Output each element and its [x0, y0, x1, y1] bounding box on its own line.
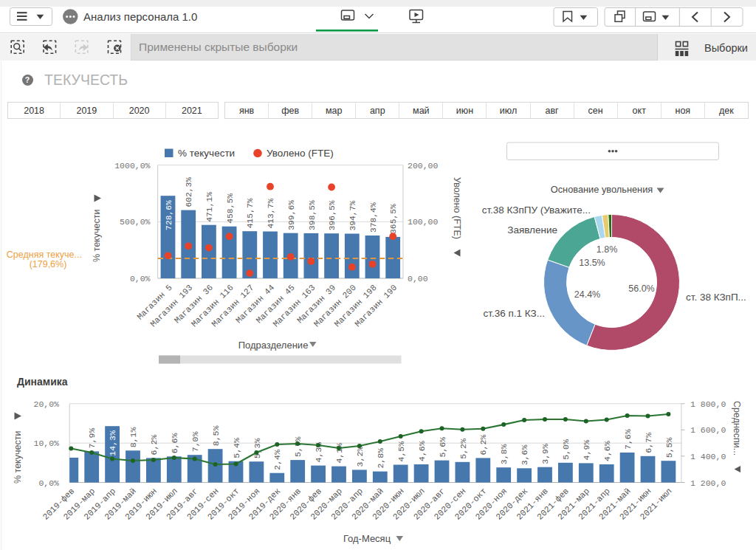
svg-text:Уволено (FTE): Уволено (FTE) — [452, 177, 462, 239]
svg-text:Средняя текуче...: Средняя текуче... — [7, 250, 82, 260]
svg-text:% текучести: % текучести — [13, 431, 23, 484]
svg-text:5,2%: 5,2% — [458, 439, 468, 459]
svg-text:3,6%: 3,6% — [520, 445, 529, 466]
svg-text:5,4%: 5,4% — [232, 438, 241, 458]
svg-text:Год-Месяц: Год-Месяц — [343, 533, 391, 544]
svg-text:413,7%: 413,7% — [267, 199, 275, 229]
svg-text:1000,0%: 1000,0% — [114, 161, 150, 171]
svg-text:3,9%: 3,9% — [540, 444, 550, 464]
svg-text:24.4%: 24.4% — [574, 289, 600, 300]
svg-text:1 800,0: 1 800,0 — [690, 399, 726, 409]
svg-text:Уволено (FTE): Уволено (FTE) — [267, 148, 334, 159]
svg-text:7,9%: 7,9% — [87, 428, 97, 449]
svg-text:5,0%: 5,0% — [561, 439, 571, 460]
svg-text:20,0%: 20,0% — [33, 399, 59, 409]
svg-text:2,8%: 2,8% — [376, 448, 385, 469]
svg-text:Динамика: Динамика — [17, 376, 68, 388]
svg-text:5,7%: 5,7% — [293, 436, 303, 457]
svg-text:6,2%: 6,2% — [479, 435, 489, 456]
svg-text:100,00: 100,00 — [408, 217, 439, 227]
svg-text:% текучести: % текучести — [178, 148, 235, 159]
svg-text:4,6%: 4,6% — [417, 441, 427, 461]
svg-text:728,6%: 728,6% — [165, 200, 173, 230]
svg-text:4,5%: 4,5% — [396, 441, 406, 462]
svg-text:0,0%: 0,0% — [38, 478, 59, 488]
svg-text:6,2%: 6,2% — [149, 435, 159, 456]
svg-text:500,0%: 500,0% — [120, 217, 151, 227]
svg-text:4,6%: 4,6% — [602, 441, 612, 461]
svg-text:Среднеспи...: Среднеспи... — [732, 401, 742, 456]
svg-text:4,9%: 4,9% — [582, 440, 591, 461]
svg-text:365,5%: 365,5% — [389, 204, 398, 234]
svg-text:471,1%: 471,1% — [205, 192, 214, 222]
svg-text:5,3%: 5,3% — [252, 438, 262, 458]
svg-text:7,6%: 7,6% — [623, 429, 633, 450]
svg-text:399,6%: 399,6% — [287, 200, 296, 230]
svg-text:396,5%: 396,5% — [328, 200, 337, 230]
svg-text:ст. 38 КЗпП...: ст. 38 КЗпП... — [686, 292, 746, 303]
svg-text:0,0%: 0,0% — [130, 274, 151, 283]
svg-text:6,6%: 6,6% — [170, 433, 179, 454]
svg-text:7,0%: 7,0% — [190, 431, 200, 452]
svg-text:8,1%: 8,1% — [128, 427, 138, 448]
svg-text:56.0%: 56.0% — [628, 283, 654, 294]
svg-text:458,5%: 458,5% — [226, 193, 235, 224]
svg-text:0,00: 0,00 — [408, 274, 428, 283]
svg-text:1.8%: 1.8% — [597, 244, 618, 255]
svg-text:602,3%: 602,3% — [185, 177, 193, 207]
svg-text:(179,6%): (179,6%) — [30, 259, 67, 269]
svg-text:1 200,0: 1 200,0 — [690, 478, 726, 488]
svg-text:Подразделение: Подразделение — [238, 340, 309, 351]
svg-text:13.5%: 13.5% — [579, 258, 605, 268]
svg-text:378,4%: 378,4% — [369, 202, 378, 233]
svg-text:394,7%: 394,7% — [348, 201, 357, 231]
svg-text:Основание увольнения: Основание увольнения — [551, 184, 653, 195]
svg-text:14,3%: 14,3% — [108, 430, 117, 456]
svg-text:ст.36 п.1 КЗ...: ст.36 п.1 КЗ... — [484, 308, 545, 319]
svg-text:4,1%: 4,1% — [334, 443, 344, 464]
svg-text:3,8%: 3,8% — [499, 444, 509, 464]
svg-text:3,2%: 3,2% — [355, 447, 365, 467]
svg-text:8,5%: 8,5% — [211, 425, 221, 446]
svg-text:1 600,0: 1 600,0 — [690, 425, 726, 435]
svg-text:% текучести: % текучести — [92, 210, 102, 262]
svg-text:10,0%: 10,0% — [33, 439, 59, 448]
svg-text:2,4%: 2,4% — [273, 450, 283, 470]
svg-text:5,5%: 5,5% — [664, 437, 674, 458]
svg-text:ст.38 КЗпПУ (Уважите...: ст.38 КЗпПУ (Уважите... — [482, 204, 591, 216]
svg-text:200,00: 200,00 — [408, 161, 439, 171]
svg-text:1 400,0: 1 400,0 — [690, 452, 726, 461]
svg-text:398,5%: 398,5% — [308, 200, 317, 230]
svg-text:Заявление: Заявление — [507, 224, 557, 236]
svg-text:5,6%: 5,6% — [438, 437, 447, 458]
svg-text:415,7%: 415,7% — [247, 198, 255, 228]
svg-text:6,7%: 6,7% — [644, 433, 653, 453]
